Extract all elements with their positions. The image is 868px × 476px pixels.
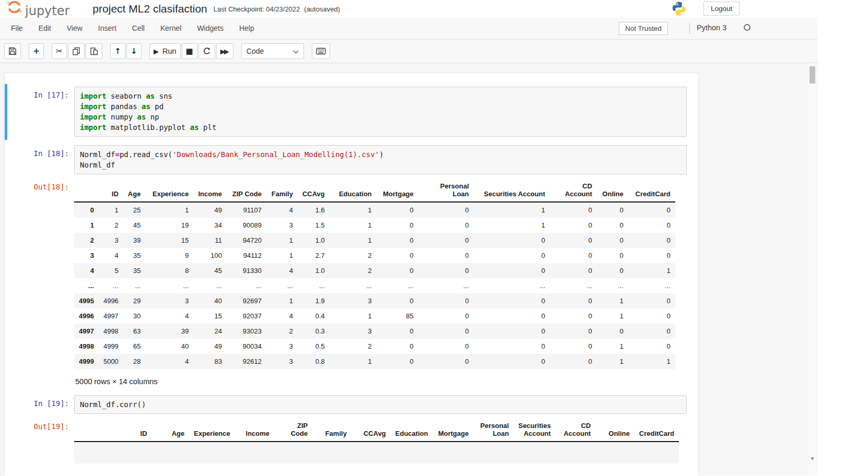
cell-value: 0: [550, 233, 597, 248]
cell-value: 1: [330, 354, 377, 369]
scrollbar-thumb[interactable]: [810, 66, 815, 84]
cell-value: 1.0: [298, 233, 330, 248]
code-cell-18[interactable]: In [18]: Norml_df=pd.read_csv('Downloads…: [5, 142, 698, 390]
cell-value: 0: [377, 293, 418, 308]
index-corner: [74, 178, 99, 202]
trust-status-button[interactable]: Not Trusted: [619, 22, 668, 35]
cell-value: 49: [193, 339, 227, 354]
move-cell-down-button[interactable]: ↓: [126, 43, 142, 59]
column-header: Income: [235, 418, 274, 442]
column-header: CD Account: [550, 178, 597, 202]
add-cell-button[interactable]: +: [29, 43, 44, 59]
column-header: Family: [312, 418, 351, 442]
cell-value: 1.9: [298, 293, 330, 308]
column-header: Securities Account: [513, 418, 555, 442]
menu-widgets[interactable]: Widgets: [189, 18, 231, 39]
menu-kernel[interactable]: Kernel: [153, 18, 189, 39]
row-index: 4: [74, 263, 99, 278]
cell-value: 0: [550, 202, 597, 218]
command-palette-button[interactable]: [312, 43, 330, 59]
copy-cell-button[interactable]: [68, 43, 85, 59]
run-label: Run: [162, 47, 177, 55]
run-button[interactable]: ▶ Run: [149, 43, 181, 59]
save-button[interactable]: [4, 43, 21, 59]
cell-value: 0: [377, 248, 418, 263]
cell-value: 0: [628, 202, 675, 218]
menu-view[interactable]: View: [59, 18, 90, 39]
cell-value: 4996: [99, 293, 123, 308]
cell-value: 0: [597, 248, 628, 263]
row-index: 4999: [74, 354, 99, 369]
row-index: 0: [74, 202, 99, 218]
copy-icon: [72, 47, 80, 55]
column-header: ID: [115, 418, 152, 442]
cell-value: 0: [550, 293, 597, 308]
cell-value: 2.7: [298, 248, 330, 263]
restart-kernel-button[interactable]: [198, 43, 215, 59]
restart-run-all-icon: ▶▶: [220, 47, 229, 55]
column-header: Education: [391, 418, 433, 442]
table-row: 45358459133041.02000001: [74, 263, 675, 278]
cell-value: 39: [123, 233, 146, 248]
cell-value: 0: [550, 218, 597, 233]
paste-cell-button[interactable]: [86, 43, 102, 59]
code-input-17[interactable]: import seaborn as snsimport pandas as pd…: [74, 87, 687, 137]
notebook-title[interactable]: project ML2 clasifaction: [92, 3, 207, 15]
vertical-scrollbar[interactable]: ▾: [808, 63, 817, 475]
code-line: Norml_df=pd.read_csv('Downloads/Bank_Per…: [80, 149, 681, 160]
cell-value: ...: [330, 278, 377, 293]
cell-value: 0: [550, 354, 597, 369]
interrupt-kernel-button[interactable]: ■: [182, 43, 197, 59]
restart-run-all-button[interactable]: ▶▶: [216, 43, 233, 59]
code-cell-17[interactable]: In [17]: import seaborn as snsimport pan…: [5, 84, 698, 140]
column-header: Personal Loan: [473, 418, 513, 442]
jupyter-planet-icon: [5, 0, 23, 18]
cell-value: 3: [266, 339, 298, 354]
jupyter-logo[interactable]: jupyter: [5, 0, 69, 18]
code-cell-19[interactable]: In [19]: Norml_df.corr() Out[19]: IDAgeE…: [5, 392, 698, 467]
row-index: 1: [74, 218, 99, 233]
code-line: Norml_df.corr(): [80, 399, 681, 410]
code-input-19[interactable]: Norml_df.corr(): [74, 395, 687, 414]
cell-value: 45: [123, 218, 146, 233]
move-cell-up-button[interactable]: ↑: [110, 43, 125, 59]
menu-help[interactable]: Help: [231, 18, 262, 39]
table-row: 49954996293409269711.93000010: [74, 293, 675, 308]
menu-insert[interactable]: Insert: [90, 18, 124, 39]
table-row: 499749986339249302320.33000000: [74, 324, 675, 339]
column-header: CCAvg: [351, 418, 391, 442]
cut-cell-button[interactable]: ✂: [52, 43, 67, 59]
cell-value: 24: [193, 324, 227, 339]
cell-value: 1: [474, 202, 550, 218]
column-header: Income: [193, 178, 227, 202]
cell-value: 0: [418, 218, 474, 233]
input-prompt-19: In [19]:: [7, 395, 74, 414]
cell-value: 25: [123, 202, 146, 218]
menu-items: FileEditViewInsertCellKernelWidgetsHelp: [3, 18, 262, 39]
notebook-area: In [17]: import seaborn as snsimport pan…: [0, 63, 818, 475]
code-line: import numpy as np: [80, 112, 681, 122]
cell-value: 90089: [227, 218, 266, 233]
menu-file[interactable]: File: [3, 18, 31, 39]
menu-cell[interactable]: Cell: [124, 18, 153, 39]
python-logo-icon: [670, 1, 688, 19]
cell-value: 19: [145, 218, 193, 233]
cell-value: 3: [145, 293, 193, 308]
cell-value: 3: [99, 233, 123, 248]
code-input-18[interactable]: Norml_df=pd.read_csv('Downloads/Bank_Per…: [74, 145, 687, 174]
cell-value: 0: [474, 263, 550, 278]
partial-row: [74, 442, 679, 463]
logout-button[interactable]: Logout: [703, 2, 740, 16]
scrollbar-down-arrow[interactable]: ▾: [808, 455, 817, 462]
cell-value: 1: [597, 339, 628, 354]
cell-type-select[interactable]: Code: [241, 43, 304, 59]
menu-edit[interactable]: Edit: [31, 18, 59, 39]
cell-value: 63: [123, 324, 146, 339]
cell-value: 91107: [227, 202, 266, 218]
move-up-icon: ↑: [114, 46, 121, 56]
checkpoint-text: Last Checkpoint: 04/23/2022: [214, 5, 300, 13]
cell-value: 0: [550, 339, 597, 354]
cell-value: 0: [418, 324, 474, 339]
cell-value: 1: [330, 202, 377, 218]
cell-value: 0.3: [298, 324, 330, 339]
